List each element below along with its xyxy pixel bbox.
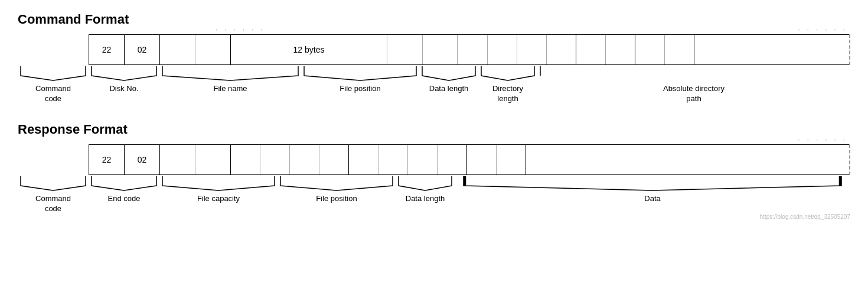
command-format-diagram: · · · · · · · · · · · · 22 02 12 bytes xyxy=(18,34,850,104)
cmd-label-dirlen-text: Directorylength xyxy=(478,84,537,104)
command-format-section: Command Format · · · · · · · · · · · · 2… xyxy=(18,12,850,104)
cmd-label-filepos: File position xyxy=(301,65,419,104)
resp-bracket-data xyxy=(455,175,850,192)
command-format-title: Command Format xyxy=(18,12,850,27)
resp-fcap-3 xyxy=(290,145,319,174)
resp-label-endcode: End code xyxy=(89,175,159,214)
watermark: https://blog.csdn.net/qq_32505207 xyxy=(760,214,850,220)
resp-fpos-4 xyxy=(438,145,467,174)
cmd-bracket-diskno xyxy=(89,65,159,82)
response-format-section: Response Format 22 02 xyxy=(18,122,850,214)
resp-label-cmdcode-text: Commandcode xyxy=(18,194,89,214)
resp-fpos-3 xyxy=(408,145,438,174)
cmd-abspath-1 xyxy=(694,35,850,64)
cmd-label-datalen: Data length xyxy=(419,65,478,104)
cmd-filepos-1 xyxy=(458,35,488,64)
cmd-filename-2 xyxy=(387,35,423,64)
cmd-bracket-filepos xyxy=(301,65,419,82)
cmd-label-filename-text: File name xyxy=(159,84,301,93)
cmd-label-dirlen: Directorylength xyxy=(478,65,537,104)
cmd-label-filepos-text: File position xyxy=(301,84,419,93)
resp-label-filecap: File capacity xyxy=(159,175,278,214)
cmd-label-cmdcode-text: Commandcode xyxy=(18,84,89,104)
cmd-filepos-2 xyxy=(488,35,517,64)
resp-datalen-2 xyxy=(497,145,526,174)
cmd-dots-top-1: · · · · · · xyxy=(216,25,265,34)
resp-label-filepos: File position xyxy=(278,175,396,214)
cmd-filename-3 xyxy=(423,35,458,64)
resp-bracket-datalen xyxy=(396,175,455,192)
resp-label-filepos-text: File position xyxy=(278,194,396,203)
cmd-bracket-dirlen xyxy=(478,65,537,82)
resp-dots-top: · · · · · · xyxy=(798,135,847,144)
resp-datalen-1 xyxy=(467,145,497,174)
resp-label-data-text: Data xyxy=(455,194,850,203)
resp-cell-02: 02 xyxy=(125,145,160,174)
cmd-bracket-datalen xyxy=(419,65,478,82)
resp-label-filecap-text: File capacity xyxy=(159,194,278,203)
resp-fcap-1 xyxy=(231,145,260,174)
resp-label-endcode-text: End code xyxy=(89,194,159,203)
resp-label-cmdcode: Commandcode xyxy=(18,175,89,214)
cmd-filename-1: 12 bytes xyxy=(231,35,387,64)
resp-bracket-filecap xyxy=(159,175,278,192)
cmd-dots-top-2: · · · · · · xyxy=(798,25,847,34)
cmd-label-datalen-text: Data length xyxy=(419,84,478,93)
resp-packet-row: 22 02 xyxy=(89,144,850,175)
resp-fpos-2 xyxy=(378,145,408,174)
resp-endcode-1 xyxy=(160,145,195,174)
cmd-label-filename: File name xyxy=(159,65,301,104)
cmd-label-diskno-text: Disk No. xyxy=(89,84,159,93)
cmd-dirlen-1 xyxy=(635,35,665,64)
response-format-diagram: 22 02 xyxy=(18,144,850,214)
resp-endcode-2 xyxy=(195,145,231,174)
resp-fcap-4 xyxy=(319,145,349,174)
cmd-filepos-3 xyxy=(517,35,547,64)
resp-bracket-filepos xyxy=(278,175,396,192)
cmd-bracket-cmdcode xyxy=(18,65,89,82)
cmd-packet-row: 22 02 12 bytes xyxy=(89,34,850,65)
cmd-diskno-1 xyxy=(160,35,195,64)
resp-fcap-2 xyxy=(260,145,290,174)
cmd-datalen-1 xyxy=(576,35,606,64)
cmd-bracket-filename xyxy=(159,65,301,82)
cmd-dotted-right xyxy=(849,34,850,65)
cmd-dirlen-2 xyxy=(665,35,694,64)
resp-data-1 xyxy=(526,145,850,174)
cmd-filepos-4 xyxy=(547,35,576,64)
resp-label-datalen-text: Data length xyxy=(396,194,455,203)
cmd-cell-02: 02 xyxy=(125,35,160,64)
resp-cell-22: 22 xyxy=(89,145,125,174)
resp-label-data: Data xyxy=(455,175,850,214)
resp-fpos-1 xyxy=(349,145,378,174)
resp-bracket-cmdcode xyxy=(18,175,89,192)
cmd-label-diskno: Disk No. xyxy=(89,65,159,104)
cmd-label-cmdcode: Commandcode xyxy=(18,65,89,104)
resp-bracket-endcode xyxy=(89,175,159,192)
cmd-label-abspath: Absolute directorypath xyxy=(537,65,850,104)
cmd-bracket-abspath xyxy=(537,65,850,82)
cmd-cell-22: 22 xyxy=(89,35,125,64)
cmd-labels-container: Commandcode Disk No. File name xyxy=(18,65,850,104)
cmd-diskno-2 xyxy=(195,35,231,64)
resp-labels-container: Commandcode End code File capacity File … xyxy=(18,175,850,214)
cmd-datalen-2 xyxy=(606,35,635,64)
resp-label-datalen: Data length xyxy=(396,175,455,214)
response-format-title: Response Format xyxy=(18,122,850,137)
resp-dotted-right xyxy=(849,144,850,175)
cmd-label-abspath-text: Absolute directorypath xyxy=(537,84,850,104)
